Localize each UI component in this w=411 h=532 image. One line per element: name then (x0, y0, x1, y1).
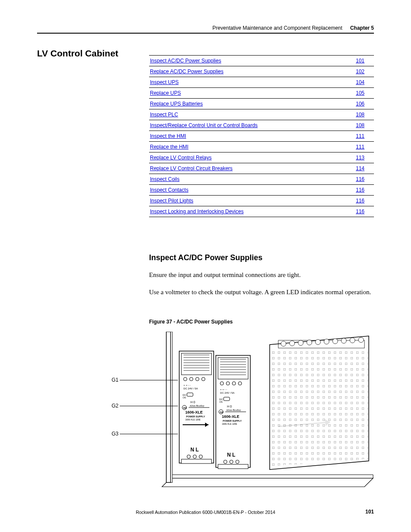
figure-image: + + - - DC 24V / 5A DC ON H 0 AB Allen-B… (149, 332, 374, 500)
svg-text:DC     24V / 5A: DC 24V / 5A (184, 387, 198, 390)
svg-point-74 (315, 339, 321, 345)
svg-text:AB: AB (220, 411, 224, 414)
toc-link[interactable]: Inspect Contacts (150, 187, 188, 193)
toc-page-link[interactable]: 116 (356, 198, 364, 204)
svg-point-66 (224, 460, 227, 464)
svg-point-67 (230, 460, 233, 464)
toc-link[interactable]: Inspect PLC (150, 112, 178, 118)
toc-page-link[interactable]: 111 (356, 144, 364, 150)
svg-point-48 (220, 382, 224, 385)
svg-point-68 (236, 460, 239, 464)
toc-page-link[interactable]: 111 (356, 133, 364, 139)
callout-g3: G3 (112, 431, 118, 437)
toc-link[interactable]: Inspect Locking and Interlocking Devices (150, 208, 243, 215)
perforation-overlay (271, 350, 368, 466)
svg-text:+  +   -   -: + + - - (184, 384, 190, 386)
toc-page-link[interactable]: 106 (356, 101, 364, 107)
toc-page-link[interactable]: 116 (356, 208, 364, 215)
toc-row: Inspect Coils116 (149, 174, 374, 185)
svg-text:1606-XLE 120E: 1606-XLE 120E (222, 423, 237, 425)
toc-link[interactable]: Inspect AC/DC Power Supplies (150, 58, 221, 64)
toc-page-link[interactable]: 116 (356, 187, 364, 193)
svg-text:1606-XLE 120E: 1606-XLE 120E (185, 418, 201, 421)
toc-page-link[interactable]: 114 (356, 165, 364, 171)
svg-point-15 (184, 377, 187, 381)
svg-text:POWER SUPPLY: POWER SUPPLY (186, 415, 205, 418)
toc-row: Replace UPS Batteries106 (149, 99, 374, 109)
toc-page-link[interactable]: 104 (356, 79, 364, 85)
svg-rect-54 (224, 397, 230, 401)
toc-link[interactable]: Replace UPS (150, 90, 181, 96)
svg-text:H   0: H 0 (190, 401, 195, 404)
svg-point-49 (226, 382, 230, 385)
toc-link[interactable]: Inspect the HMI (150, 133, 186, 139)
svg-text:1606-XLE: 1606-XLE (222, 414, 240, 419)
svg-text:Allen-Bradley: Allen-Bradley (190, 404, 204, 407)
section-title: LV Control Cabinet (37, 48, 118, 59)
svg-point-51 (238, 382, 242, 385)
toc-page-link[interactable]: 101 (356, 58, 364, 64)
svg-point-78 (350, 338, 355, 343)
svg-text:POWER SUPPLY: POWER SUPPLY (223, 420, 242, 422)
svg-text:N  L: N L (227, 452, 235, 458)
toc-link[interactable]: Inspect UPS (150, 79, 179, 85)
svg-point-16 (190, 377, 193, 381)
svg-marker-1 (171, 475, 373, 478)
toc-row: Replace UPS105 (149, 88, 374, 99)
toc-link[interactable]: Replace LV Control Relays (150, 155, 212, 161)
subsection-title: Inspect AC/DC Power Supplies (149, 253, 262, 262)
toc-row: Replace AC/DC Power Supplies102 (149, 66, 374, 77)
svg-rect-21 (187, 393, 193, 396)
toc-link[interactable]: Inspect Coils (150, 176, 180, 182)
footer-text: Rockwell Automation Publication 6000-UM0… (37, 510, 374, 515)
svg-text:ON: ON (183, 396, 186, 399)
header-chapter: Chapter 5 (350, 25, 374, 31)
svg-marker-0 (162, 478, 373, 487)
toc-link[interactable]: Replace UPS Batteries (150, 101, 203, 107)
toc-row: Replace LV Control Relays113 (149, 152, 374, 163)
body-paragraph: Use a voltmeter to check the output volt… (149, 288, 374, 296)
toc-row: Replace LV Control Circuit Breakers114 (149, 163, 374, 174)
svg-point-17 (196, 377, 199, 381)
figure-caption: Figure 37 - AC/DC Power Supplies (149, 319, 233, 325)
svg-text:AB: AB (183, 407, 187, 409)
toc-page-link[interactable]: 105 (356, 90, 364, 96)
svg-point-50 (232, 382, 236, 385)
leader-line (120, 380, 178, 380)
svg-rect-7 (181, 353, 212, 375)
svg-point-70 (281, 341, 286, 346)
svg-point-18 (202, 377, 205, 381)
leader-line (120, 434, 178, 434)
toc-link[interactable]: Replace AC/DC Power Supplies (150, 68, 224, 75)
toc-link[interactable]: Replace the HMI (150, 144, 188, 150)
svg-text:ON: ON (219, 401, 223, 403)
toc-page-link[interactable]: 108 (356, 122, 364, 128)
page-number: 101 (365, 509, 374, 515)
toc-row: Inspect AC/DC Power Supplies101 (149, 56, 374, 66)
svg-point-79 (358, 337, 364, 342)
svg-point-75 (324, 339, 329, 344)
toc-row: Inspect the HMI111 (149, 131, 374, 142)
svg-point-36 (193, 455, 196, 458)
body-paragraph: Ensure the input and output terminal con… (149, 271, 374, 279)
svg-rect-2 (166, 332, 171, 482)
svg-rect-40 (218, 358, 248, 379)
svg-text:H   0: H 0 (227, 405, 232, 408)
toc-page-link[interactable]: 116 (356, 176, 364, 182)
toc-link[interactable]: Inspect Pilot Lights (150, 198, 193, 204)
svg-rect-38 (181, 459, 212, 464)
svg-text:DC     24V / 5A: DC 24V / 5A (220, 392, 234, 394)
toc-page-link[interactable]: 102 (356, 68, 364, 75)
toc-link[interactable]: Inspect/Replace Control Unit or Control … (150, 122, 258, 128)
svg-point-37 (199, 455, 202, 458)
toc-row: Inspect/Replace Control Unit or Control … (149, 120, 374, 131)
svg-rect-3 (171, 332, 172, 482)
toc-page-link[interactable]: 113 (356, 155, 364, 161)
svg-point-76 (333, 339, 338, 344)
toc-row: Inspect UPS104 (149, 77, 374, 88)
svg-point-71 (290, 341, 295, 346)
toc-page-link[interactable]: 108 (356, 112, 364, 118)
svg-point-73 (307, 340, 312, 345)
toc-link[interactable]: Replace LV Control Circuit Breakers (150, 165, 233, 171)
callout-g1: G1 (112, 377, 118, 383)
